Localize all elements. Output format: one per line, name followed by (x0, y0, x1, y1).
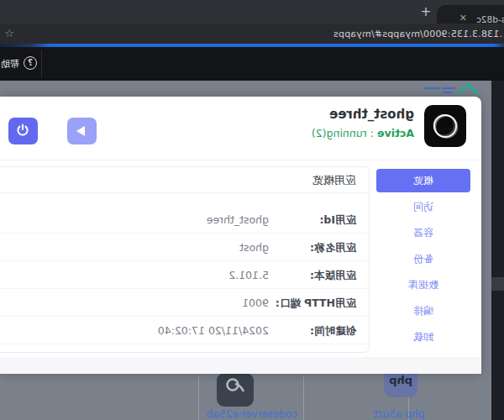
page-logo-text (424, 87, 439, 89)
status-separator: : (367, 127, 377, 139)
field-row-app-name: 应用名称: ghost (0, 234, 369, 261)
field-label: 创建时间: (310, 324, 356, 339)
app-card-name[interactable]: php-a5uzt (364, 408, 434, 420)
page-logo-text (442, 87, 455, 89)
field-row-created-time: 创建时间: 2024/11/20 17:02:40 (0, 317, 369, 344)
mirrored-screenshot-stage: cs-d82c ✕ + .138.3.135:9000/myapps#/myap… (0, 0, 504, 420)
status-value: running(2) (312, 127, 367, 139)
menu-item-access[interactable]: 访问 (376, 195, 470, 218)
overview-card-divider (0, 192, 369, 193)
start-button[interactable] (67, 118, 97, 144)
menu-item-backup[interactable]: 备份 (376, 247, 470, 270)
menu-item-overview[interactable]: 概览 (376, 169, 470, 192)
app-title: ghost_three (329, 107, 414, 122)
field-label: 应用名称: (310, 241, 356, 255)
field-row-app-version: 应用版本: 5.101.2 (0, 261, 369, 289)
browser-tab[interactable]: cs-d82c ✕ (437, 5, 504, 24)
new-tab-button[interactable]: + (417, 3, 434, 20)
app-navbar (0, 47, 504, 81)
menu-item-compose[interactable]: 编排 (376, 299, 470, 323)
overview-card-title: 应用概览 (312, 173, 356, 188)
drawer-header-divider (0, 160, 481, 160)
app-card-border (198, 376, 199, 420)
help-icon[interactable]: ? (24, 56, 37, 70)
field-value: 2024/11/20 17:02:40 (158, 324, 269, 337)
app-status: Active : running(2) (312, 127, 414, 139)
page-logo-icon (455, 81, 480, 97)
page-logo-text (444, 92, 452, 93)
address-bar-url[interactable]: .138.3.135:9000/myapps#/myapps (333, 29, 502, 39)
left-sidebar-strip (491, 81, 504, 420)
codeserver-app-icon[interactable] (217, 373, 254, 407)
ghost-app-logo (424, 105, 466, 147)
bookmark-star-icon[interactable]: ☆ (4, 27, 14, 39)
tab-close-icon[interactable]: ✕ (459, 13, 467, 24)
field-row-app-id: 应用Id: ghost_three (0, 206, 369, 234)
stop-button[interactable] (8, 118, 38, 144)
play-icon (76, 126, 85, 136)
status-label: Active (377, 127, 414, 139)
field-label: 应用版本: (310, 269, 356, 283)
menu-item-uninstall[interactable]: 卸载 (376, 325, 470, 349)
sidebar-item-highlight (491, 277, 504, 291)
field-value: 9001 (242, 297, 269, 309)
menu-item-database[interactable]: 数据库 (376, 273, 470, 297)
app-card-name[interactable]: codeserver-e25ab (200, 408, 304, 420)
field-row-http-port: 应用HTTP 端口: 9001 (0, 289, 369, 317)
field-value: ghost_three (207, 213, 269, 226)
power-icon (17, 123, 30, 137)
menu-item-container[interactable]: 容器 (376, 221, 470, 244)
help-menu[interactable]: 帮助 (1, 58, 19, 71)
navbar-divider (41, 50, 42, 77)
field-label: 应用Id: (319, 213, 356, 228)
field-label: 应用HTTP 端口: (276, 297, 356, 311)
drawer-footer-strip (0, 357, 481, 374)
field-value: 5.101.2 (228, 269, 269, 281)
field-value: ghost (239, 241, 269, 254)
